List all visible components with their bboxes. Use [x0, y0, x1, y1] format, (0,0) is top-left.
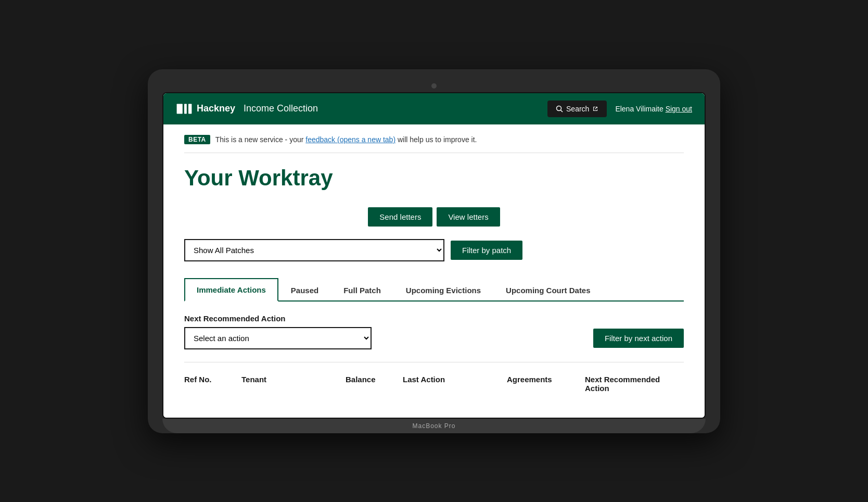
header-right: Search Elena Vilimaite Sign out [547, 101, 692, 117]
laptop-label: MacBook Pro [412, 422, 455, 430]
svg-line-4 [561, 110, 563, 112]
hackney-logo: Hackney [176, 101, 235, 117]
laptop-base: MacBook Pro [162, 419, 706, 433]
view-letters-button[interactable]: View letters [437, 207, 500, 227]
page-title: Your Worktray [184, 166, 684, 191]
next-action-section: Next Recommended Action Select an action… [184, 314, 684, 349]
external-link-icon [592, 106, 598, 112]
col-next-action: Next Recommended Action [585, 375, 684, 393]
search-button[interactable]: Search [547, 101, 607, 117]
hackney-logo-text: Hackney [197, 103, 235, 114]
table-header: Ref No. Tenant Balance Last Action Agree… [184, 371, 684, 397]
app-header: Hackney Income Collection Search Elena [163, 93, 705, 124]
header-left: Hackney Income Collection [176, 101, 318, 117]
svg-rect-0 [177, 104, 183, 114]
patch-select[interactable]: Show All Patches [184, 239, 444, 261]
send-letters-button[interactable]: Send letters [368, 207, 432, 227]
svg-point-3 [557, 106, 561, 110]
col-ref: Ref No. [184, 375, 241, 393]
main-content: BETA This is a new service - your feedba… [163, 124, 705, 418]
col-last-action: Last Action [403, 375, 507, 393]
next-action-row: Select an action Filter by next action [184, 327, 684, 349]
feedback-link[interactable]: feedback (opens a new tab) [305, 135, 395, 144]
filter-by-next-action-button[interactable]: Filter by next action [593, 329, 684, 348]
action-select[interactable]: Select an action [184, 327, 372, 349]
patch-filter-row: Show All Patches Filter by patch [184, 239, 684, 261]
tab-immediate-actions[interactable]: Immediate Actions [184, 278, 278, 302]
svg-rect-2 [188, 104, 192, 114]
search-icon [556, 105, 563, 112]
next-action-label: Next Recommended Action [184, 314, 684, 323]
tab-upcoming-court-dates[interactable]: Upcoming Court Dates [493, 278, 603, 302]
tab-full-patch[interactable]: Full Patch [331, 278, 393, 302]
hackney-logo-icon [176, 101, 193, 117]
tab-paused[interactable]: Paused [278, 278, 331, 302]
filter-by-patch-button[interactable]: Filter by patch [451, 241, 522, 260]
beta-badge: BETA [184, 135, 210, 144]
tabs-container: Immediate Actions Paused Full Patch Upco… [184, 278, 684, 302]
svg-rect-1 [184, 104, 187, 114]
table-divider [184, 362, 684, 362]
search-button-label: Search [566, 105, 589, 113]
col-balance: Balance [346, 375, 403, 393]
col-tenant: Tenant [241, 375, 346, 393]
tab-upcoming-evictions[interactable]: Upcoming Evictions [393, 278, 493, 302]
beta-message: This is a new service - your feedback (o… [215, 135, 477, 144]
sign-out-link[interactable]: Sign out [666, 105, 692, 113]
action-buttons-row: Send letters View letters [184, 207, 684, 227]
col-agreements: Agreements [507, 375, 585, 393]
header-app-title: Income Collection [244, 103, 318, 114]
user-name: Elena Vilimaite [615, 105, 663, 113]
user-info: Elena Vilimaite Sign out [615, 105, 692, 113]
beta-bar: BETA This is a new service - your feedba… [184, 135, 684, 153]
